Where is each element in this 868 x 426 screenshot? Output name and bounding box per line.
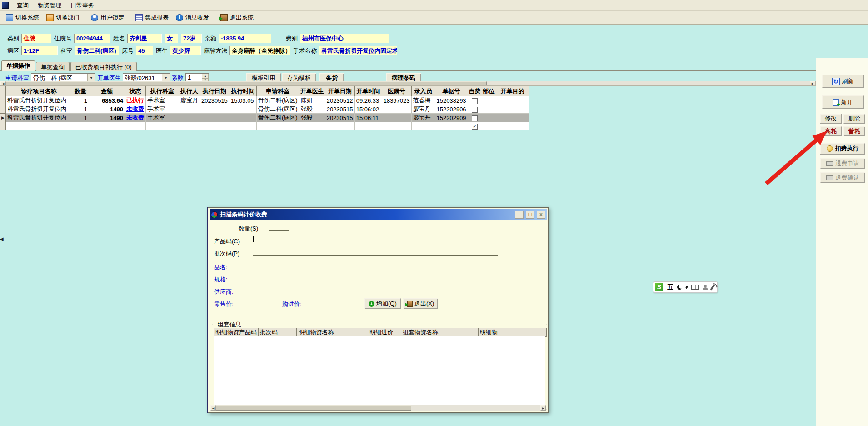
switch-dept-button[interactable]: 切换部门 xyxy=(43,12,83,24)
close-icon[interactable]: × xyxy=(537,211,545,219)
refund-confirm-button[interactable]: 退费确认 xyxy=(820,172,865,183)
scrollbar-thumb[interactable] xyxy=(216,405,411,411)
punctuation-icon[interactable] xyxy=(685,286,688,289)
grid-row-1[interactable]: 科雷氏骨折切开复位内11490未收费手术室骨伤二科(病区)张毅202305151… xyxy=(0,105,529,114)
grid-col-amount[interactable]: 金额 xyxy=(89,86,125,96)
exit-button[interactable]: 退出系统 xyxy=(217,12,257,24)
row-selector-cell[interactable]: ▶ xyxy=(0,114,6,122)
delete-button[interactable]: 删除 xyxy=(843,114,865,124)
dialog-horizontal-scrollbar[interactable]: ◀ ▶ xyxy=(210,405,546,411)
set-grid-col-2[interactable]: 明细物资名称 xyxy=(297,328,368,337)
tab-0[interactable]: 单据操作 xyxy=(1,60,35,71)
cell-order_no: 18397023 xyxy=(382,96,411,105)
row-selector-cell[interactable] xyxy=(0,122,6,130)
banknote-icon xyxy=(826,161,833,166)
new-button[interactable]: 新开 xyxy=(822,95,864,109)
ime-logo-icon[interactable]: S xyxy=(655,283,663,291)
set-grid-col-4[interactable]: 组套物资名称 xyxy=(401,328,478,337)
cell-entry: 廖宝丹 xyxy=(411,105,435,114)
grid-col-exec_dept[interactable]: 执行科室 xyxy=(146,86,179,96)
ime-settings-icon[interactable] xyxy=(710,284,715,291)
half-full-width-icon[interactable] xyxy=(677,285,682,290)
selfpay-checkbox[interactable]: ✓ xyxy=(472,124,478,130)
maximize-icon[interactable]: □ xyxy=(526,211,534,219)
menu-item-materials[interactable]: 物资管理 xyxy=(33,0,66,11)
product-name-label: 品名: xyxy=(214,263,228,271)
grid-horizontal-scrollbar[interactable]: ◀ ▶ xyxy=(0,81,816,86)
scroll-left-icon[interactable]: ◀ xyxy=(0,81,6,85)
grid-col-status[interactable]: 状态 xyxy=(125,86,146,96)
grid-col-executor[interactable]: 执行人 xyxy=(179,86,200,96)
grid-col-order_time[interactable]: 开单时间 xyxy=(354,86,382,96)
refund-apply-button[interactable]: 退费申请 xyxy=(820,158,865,169)
grid-col-order_date[interactable]: 开单日期 xyxy=(325,86,354,96)
minimize-icon[interactable]: _ xyxy=(515,211,524,219)
grid-row-2[interactable]: ▶科雷氏骨折切开复位内11490未收费手术室骨伤二科(病区)张毅20230515… xyxy=(0,114,529,122)
ime-mode-label[interactable]: 五 xyxy=(667,283,673,291)
dept-label: 科室 xyxy=(60,47,72,55)
set-info-list[interactable] xyxy=(214,336,545,407)
scroll-right-icon[interactable]: ▶ xyxy=(540,405,546,411)
cell-qty: 1 xyxy=(72,105,89,114)
high-consumable-button[interactable]: 高耗 xyxy=(820,126,842,136)
grid-col-doc_no[interactable]: 单据号 xyxy=(435,86,468,96)
product-code-input[interactable] xyxy=(253,235,498,243)
panel-collapse-icon[interactable]: ◀ xyxy=(0,236,4,241)
batch-code-input[interactable] xyxy=(253,247,498,256)
qty-input[interactable] xyxy=(269,222,289,231)
grid-col-self[interactable]: 自费 xyxy=(468,86,482,96)
grid-col-name[interactable]: 诊疗项目名称 xyxy=(6,86,72,96)
refresh-button[interactable]: ↻ 刷新 xyxy=(822,75,864,88)
grid-col-exec_date[interactable]: 执行日期 xyxy=(200,86,229,96)
grid-row-3[interactable]: ✓ xyxy=(0,122,529,130)
add-button[interactable]: + 增加(Q) xyxy=(364,298,401,309)
cell-purpose xyxy=(496,114,529,122)
cell-part xyxy=(482,96,496,105)
cell-exec_time xyxy=(229,114,257,122)
grid-col-entry[interactable]: 录入员 xyxy=(411,86,435,96)
grid-col-qty[interactable]: 数量 xyxy=(72,86,89,96)
grid-col-apply_dept[interactable]: 申请科室 xyxy=(257,86,299,96)
scrollbar-thumb[interactable] xyxy=(6,81,487,85)
selfpay-checkbox[interactable] xyxy=(472,98,478,104)
user-lock-button[interactable]: 用户锁定 xyxy=(87,12,128,24)
set-grid-col-5[interactable]: 明细物 xyxy=(478,328,546,337)
row-selector-cell[interactable] xyxy=(0,96,6,105)
balance-label: 余额 xyxy=(205,35,216,43)
retail-price-label: 零售价: xyxy=(214,300,234,308)
ime-account-icon[interactable] xyxy=(703,285,708,290)
row-selector-cell[interactable] xyxy=(0,105,6,114)
action-panel: ↻ 刷新 新开 修改 删除 高耗 普耗 扣费执行 退费申请 退费确认 xyxy=(816,58,868,426)
grid-col-order_no[interactable]: 医嘱号 xyxy=(382,86,411,96)
deduct-label: 扣费执行 xyxy=(835,145,859,153)
modify-button[interactable]: 修改 xyxy=(820,114,842,124)
switch-system-button[interactable]: 切换系统 xyxy=(2,12,43,24)
message-button[interactable]: 消息收发 xyxy=(172,12,213,24)
menu-item-daily[interactable]: 日常事务 xyxy=(66,0,99,11)
report-button[interactable]: 集成报表 xyxy=(132,12,172,24)
ime-toolbar[interactable]: S 五 xyxy=(653,281,718,293)
tab-2[interactable]: 已收费项目补执行 (0) xyxy=(70,62,137,71)
dialog-title-bar[interactable]: 扫描条码计价收费 _ □ × xyxy=(210,209,547,220)
grid-col-part[interactable]: 部位 xyxy=(482,86,496,96)
grid-row-0[interactable]: 科雷氏骨折切开复位内16853.64已执行手术室廖宝丹2023051515:03… xyxy=(0,96,529,105)
normal-consumable-button[interactable]: 普耗 xyxy=(843,126,865,136)
selfpay-checkbox[interactable] xyxy=(472,107,478,113)
scroll-left-icon[interactable]: ◀ xyxy=(210,405,216,411)
refund-confirm-label: 退费确认 xyxy=(836,174,859,182)
set-grid-col-3[interactable]: 明细进价 xyxy=(368,328,401,337)
set-grid-col-0[interactable]: 明细物资产品码 xyxy=(214,328,259,337)
soft-keyboard-icon[interactable] xyxy=(691,285,699,290)
scroll-right-icon[interactable]: ▶ xyxy=(810,81,815,85)
grid-col-purpose[interactable]: 开单目的 xyxy=(496,86,529,96)
exit-button[interactable]: 退出(X) xyxy=(403,298,438,309)
grid-col-exec_time[interactable]: 执行时间 xyxy=(229,86,257,96)
tab-1[interactable]: 单据查询 xyxy=(36,62,70,71)
spin-up-icon[interactable]: ▲ xyxy=(202,74,209,78)
deduct-execute-button[interactable]: 扣费执行 xyxy=(820,143,865,155)
menu-item-query[interactable]: 查询 xyxy=(12,0,33,11)
name-label: 姓名 xyxy=(113,35,125,43)
selfpay-checkbox[interactable] xyxy=(472,115,478,121)
set-grid-col-1[interactable]: 批次码 xyxy=(259,328,297,337)
grid-col-doctor[interactable]: 开单医生 xyxy=(299,86,325,96)
